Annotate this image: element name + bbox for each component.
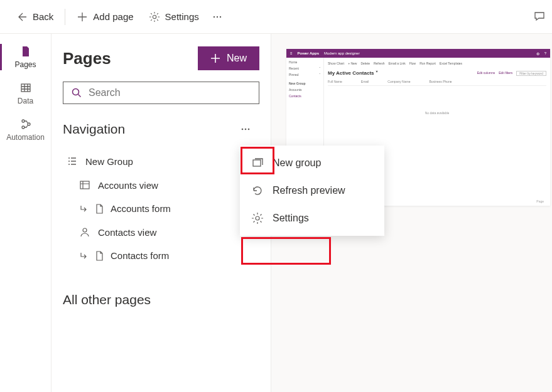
preview-side-accounts: Accounts: [289, 88, 321, 92]
new-group-icon: [251, 157, 264, 169]
preview-page-label: Page: [536, 199, 544, 203]
nav-accounts-view[interactable]: Accounts view: [63, 173, 259, 197]
nav-group-label: New Group: [85, 156, 133, 167]
table-icon: [19, 82, 32, 94]
add-page-button[interactable]: Add page: [70, 8, 139, 26]
svg-point-15: [256, 216, 259, 220]
search-box[interactable]: [63, 82, 259, 104]
preview-side-contacts: Contacts: [289, 94, 321, 98]
search-input[interactable]: [89, 87, 251, 98]
navigation-more-button[interactable]: [232, 118, 259, 140]
preview-side-home: Home: [289, 60, 321, 64]
gear-icon: [149, 11, 160, 23]
preview-side-group: New Group: [289, 82, 321, 85]
rail-automation-label: Automation: [6, 133, 45, 142]
left-rail: Pages Data Automation: [0, 34, 51, 392]
settings-button[interactable]: Settings: [143, 8, 205, 26]
form-icon: [94, 204, 104, 214]
preview-side-recent: Recent˅: [289, 66, 321, 70]
preview-subtitle: Modern app designer: [324, 51, 360, 55]
svg-point-3: [220, 16, 221, 17]
svg-point-7: [28, 123, 30, 125]
comment-icon: [533, 10, 546, 23]
plus-icon: [77, 11, 88, 23]
hamburger-icon: ≡: [290, 51, 293, 55]
refresh-icon: [251, 184, 264, 197]
svg-point-2: [217, 16, 218, 17]
navigation-context-menu: New group Refresh preview Settings: [240, 146, 384, 236]
page-icon: [19, 45, 32, 58]
svg-point-0: [153, 15, 156, 18]
rail-data-label: Data: [18, 97, 33, 105]
preview-header: ≡ Power Apps Modern app designer ⚙ ?: [286, 49, 550, 58]
preview-nodata: No data available: [328, 111, 546, 115]
nav-group[interactable]: New Group: [63, 149, 259, 173]
more-horizontal-icon: [239, 123, 252, 135]
search-icon: [71, 87, 82, 98]
separator: [65, 9, 65, 25]
menu-refresh-preview[interactable]: Refresh preview: [240, 177, 384, 204]
add-page-label: Add page: [93, 11, 133, 22]
nav-contacts-form-label: Contacts form: [111, 250, 169, 261]
settings-label: Settings: [165, 11, 199, 22]
back-arrow-icon: [15, 11, 28, 23]
all-other-pages-title: All other pages: [63, 292, 259, 307]
menu-settings-label: Settings: [273, 213, 309, 224]
nav-contacts-view[interactable]: Contacts view: [63, 220, 259, 244]
navigation-list: New Group Accounts view Accounts form Co…: [63, 149, 259, 267]
preview-view-title: My Active Contacts ˅: [328, 70, 378, 76]
menu-settings[interactable]: Settings: [240, 204, 384, 232]
navigation-title: Navigation: [63, 122, 125, 137]
panel-header: Pages New: [63, 46, 259, 70]
subitem-arrow-icon: [79, 204, 88, 213]
svg-rect-14: [253, 160, 261, 166]
gear-icon: [251, 212, 264, 225]
gear-icon: ⚙: [536, 51, 539, 56]
new-page-button[interactable]: New: [198, 46, 259, 70]
new-btn-label: New: [227, 53, 247, 64]
form-icon: [94, 251, 104, 261]
svg-point-5: [22, 120, 24, 122]
comments-button[interactable]: [533, 10, 546, 25]
svg-point-8: [73, 89, 79, 95]
person-icon: [79, 226, 90, 238]
preview-column-headers: Full Name Email Company Name Business Ph…: [328, 80, 546, 86]
menu-new-group-label: New group: [273, 157, 321, 169]
pages-panel: Pages New Navigation New Group Accounts …: [51, 34, 271, 392]
more-horizontal-icon: [212, 11, 223, 23]
rail-data[interactable]: Data: [0, 75, 51, 112]
rail-pages[interactable]: Pages: [0, 39, 51, 75]
preview-app-name: Power Apps: [298, 51, 319, 55]
subitem-arrow-icon: [79, 252, 88, 260]
svg-point-10: [245, 129, 247, 130]
navigation-header: Navigation: [63, 118, 259, 140]
rail-automation[interactable]: Automation: [0, 112, 51, 148]
plus-icon: [210, 53, 220, 63]
svg-rect-12: [80, 181, 89, 189]
top-more-button[interactable]: [208, 8, 227, 26]
svg-point-9: [242, 129, 244, 130]
menu-new-group[interactable]: New group: [240, 149, 384, 177]
svg-point-1: [214, 16, 215, 17]
svg-point-6: [22, 126, 24, 129]
menu-refresh-label: Refresh preview: [273, 185, 345, 196]
svg-rect-4: [21, 84, 30, 92]
panel-title: Pages: [63, 49, 111, 68]
preview-toolbar: Show Chart + New Delete Refresh Email a …: [328, 61, 546, 65]
nav-accounts-form[interactable]: Accounts form: [63, 197, 259, 220]
group-list-icon: [67, 156, 78, 167]
rail-pages-label: Pages: [14, 60, 36, 69]
back-label: Back: [33, 11, 53, 22]
nav-accounts-view-label: Accounts view: [98, 180, 158, 191]
view-icon: [79, 179, 90, 191]
nav-accounts-form-label: Accounts form: [111, 203, 171, 214]
back-button[interactable]: Back: [9, 7, 60, 27]
nav-contacts-view-label: Contacts view: [98, 227, 156, 238]
svg-point-11: [248, 129, 250, 130]
automation-icon: [19, 118, 32, 130]
nav-contacts-form[interactable]: Contacts form: [63, 244, 259, 267]
top-command-bar: Back Add page Settings: [0, 0, 552, 34]
svg-point-13: [83, 228, 87, 232]
preview-side-pinned: Pinned˅: [289, 73, 321, 77]
help-icon: ?: [544, 51, 546, 55]
